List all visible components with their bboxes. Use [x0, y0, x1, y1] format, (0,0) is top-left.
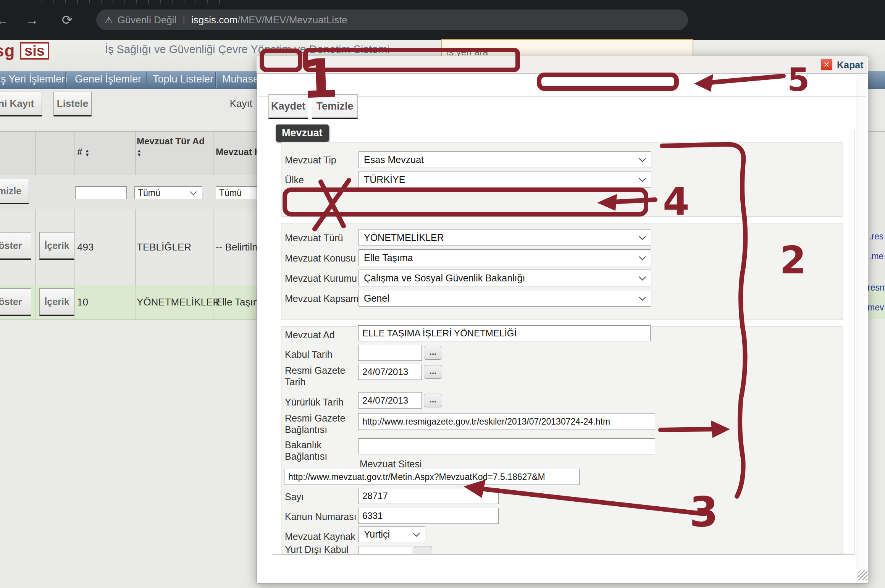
tab-strip: [31, 0, 229, 3]
mevzuat-konusu-label: Mevzuat Konusu: [285, 252, 356, 264]
mevzuat-kurumu-label: Mevzuat Kurumu: [285, 273, 357, 284]
ulke-label: Ülke: [285, 174, 304, 186]
resmi-gazete-tarih-label: Resmi Gazete Tarih: [285, 365, 354, 388]
temizle-button[interactable]: Temizle: [312, 94, 358, 119]
security-warning-icon: ⚠: [105, 15, 113, 25]
sort-icon[interactable]: ▲▼: [137, 149, 142, 157]
link-fragment[interactable]: mev: [867, 302, 884, 313]
chevron-down-icon: [413, 530, 420, 536]
mevzuat-tip-select[interactable]: Esas Mevzuat: [358, 151, 651, 168]
icerik-button[interactable]: İçerik: [39, 232, 74, 260]
chevron-down-icon: [190, 188, 197, 195]
mevzuat-tip-label: Mevzuat Tip: [285, 154, 336, 166]
menu-separator: [65, 72, 66, 88]
yururluk-tarih-picker-button[interactable]: ...: [424, 394, 442, 407]
column-divider: [135, 131, 136, 175]
resmi-gazete-tarih-picker-button[interactable]: ...: [424, 365, 442, 379]
yurt-disi-kabul-label: Yurt Dışı Kabul: [285, 544, 349, 555]
chevron-down-icon: [639, 175, 646, 182]
column-divider: [213, 131, 213, 175]
kapat-button[interactable]: Kapat: [837, 60, 863, 71]
sayi-label: Sayı: [285, 491, 304, 502]
resmi-gazete-tarih-input[interactable]: 24/07/2013: [358, 364, 422, 380]
modal-resize-grip[interactable]: [858, 570, 867, 580]
url-bar[interactable]: ⚠Güvenli Değil|isgsis.com/MEV/MEV/Mevzua…: [96, 10, 688, 30]
column-header-number[interactable]: # ▲▼: [77, 147, 90, 157]
menu-separator: [215, 72, 216, 88]
column-header-mevzuat-k[interactable]: Mevzuat K: [216, 147, 261, 157]
kanun-numarasi-label: Kanun Numarası: [285, 511, 357, 522]
column-divider: [35, 209, 36, 285]
kabul-tarih-label: Kabul Tarih: [285, 349, 333, 360]
menu-item-muhasebe[interactable]: Muhasel: [222, 73, 261, 85]
resmi-gazete-baglantisi-input[interactable]: http://www.resmigazete.gov.tr/eskiler/20…: [358, 413, 655, 430]
column-divider: [74, 131, 74, 175]
back-icon[interactable]: ←: [0, 9, 11, 31]
filter-temizle-button[interactable]: emizle: [0, 179, 29, 204]
url-domain: isgsis.com: [191, 14, 237, 26]
menu-item-yeri-islemleri[interactable]: ş Yeri İşlemleri: [1, 73, 67, 85]
reload-icon[interactable]: ⟳: [58, 9, 76, 31]
column-divider: [35, 285, 36, 319]
link-fragment[interactable]: resm: [867, 283, 885, 293]
mevzuat-kapsam-label: Mevzuat Kapsam: [285, 293, 359, 304]
chevron-down-icon: [639, 233, 646, 240]
sort-icon[interactable]: ▲▼: [85, 149, 90, 157]
mevzuat-konusu-select[interactable]: Elle Taşıma: [358, 249, 651, 266]
kayit-text-fragment: Kayıt: [214, 98, 252, 110]
modal-scrollbar[interactable]: [856, 74, 865, 583]
mevzuat-kurumu-select[interactable]: Çalışma ve Sosyal Güvenlik Bakanlığı: [358, 270, 651, 286]
row-tur-cell: TEBLİĞLER: [137, 241, 191, 253]
resmi-gazete-baglantisi-label: Resmi Gazete Bağlantısı: [285, 412, 354, 435]
modal-header: [257, 56, 867, 74]
goster-button[interactable]: öster: [0, 232, 31, 260]
bakanlik-baglantisi-label: Bakanlık Bağlantısı: [285, 439, 346, 462]
logo-fragment: sg: [0, 41, 15, 60]
link-fragment[interactable]: .me: [869, 251, 883, 262]
chevron-down-icon: [639, 273, 646, 280]
forward-icon[interactable]: →: [23, 9, 41, 31]
yururluk-tarih-input[interactable]: 24/07/2013: [358, 393, 422, 409]
icerik-button[interactable]: İçerik: [39, 288, 74, 316]
column-divider: [135, 209, 136, 285]
mevzuat-ad-label: Mevzuat Ad: [285, 329, 335, 341]
security-label: Güvenli Değil: [118, 14, 177, 26]
column-header-tur-ad-label: Mevzuat Tür Ad: [137, 136, 205, 146]
kaydet-button[interactable]: Kaydet: [268, 94, 308, 119]
kabul-tarih-picker-button[interactable]: ...: [424, 346, 442, 360]
ulke-select[interactable]: TÜRKİYE: [358, 171, 651, 188]
kabul-tarih-input[interactable]: [358, 345, 422, 361]
menu-item-genel-islemler[interactable]: Genel İşlemler: [75, 73, 141, 85]
column-divider: [35, 131, 36, 175]
menu-item-toplu-listeler[interactable]: Toplu Listeler: [153, 73, 213, 85]
yeni-kayit-button[interactable]: eni Kayıt: [0, 92, 42, 116]
filter-number-input[interactable]: [75, 186, 127, 199]
mevzuat-sitesi-input[interactable]: http://www.mevzuat.gov.tr/Metin.Aspx?Mev…: [284, 469, 580, 485]
row-number-cell: 10: [77, 296, 88, 308]
mevzuat-sitesi-label: Mevzuat Sitesi: [360, 458, 422, 470]
mevzuat-kapsam-select[interactable]: Genel: [358, 290, 651, 307]
column-header-number-label: #: [77, 147, 82, 157]
yurt-disi-kabul-picker-button[interactable]: [414, 546, 432, 554]
filter-tur-select[interactable]: Tümü: [134, 186, 202, 199]
page-title: İş Sağlığı ve Güvenliği Çevre Yönetim ve…: [105, 43, 422, 56]
url-separator: |: [182, 14, 185, 26]
mevzuat-turu-select[interactable]: YÖNETMELİKLER: [358, 229, 651, 246]
logo-badge: sis: [20, 42, 49, 60]
listele-button[interactable]: Listele: [53, 92, 92, 116]
link-fragment[interactable]: .res: [869, 231, 883, 242]
menu-separator: [146, 72, 147, 88]
kanun-numarasi-input[interactable]: 6331: [358, 508, 499, 524]
bakanlik-baglantisi-input[interactable]: [358, 438, 655, 454]
column-divider: [135, 285, 136, 319]
column-header-tur-ad[interactable]: Mevzuat Tür Ad ▲▼: [137, 136, 209, 157]
goster-button[interactable]: öster: [0, 288, 31, 316]
mevzuat-kaynak-select[interactable]: Yurtiçi: [358, 526, 425, 542]
yururluk-tarih-label: Yürürlük Tarih: [285, 396, 344, 408]
sayi-input[interactable]: 28717: [358, 488, 499, 504]
chevron-down-icon: [639, 155, 646, 162]
yurt-disi-kabul-input[interactable]: [358, 546, 412, 554]
mevzuat-ad-input[interactable]: ELLE TAŞIMA İŞLERİ YÖNETMELİĞİ: [358, 325, 651, 341]
close-icon[interactable]: ✕: [820, 58, 833, 71]
mevzuat-turu-label: Mevzuat Türü: [285, 232, 343, 244]
